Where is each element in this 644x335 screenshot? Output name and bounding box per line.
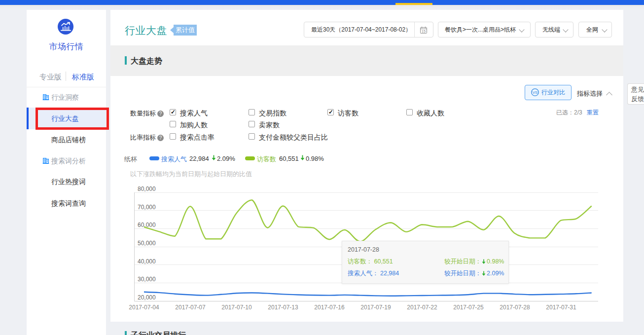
- svg-text:2017-07-25: 2017-07-25: [453, 304, 484, 311]
- svg-text:2017-07-28: 2017-07-28: [500, 304, 530, 311]
- svg-text:2017-07-10: 2017-07-10: [221, 304, 252, 311]
- svg-text:2017-07-13: 2017-07-13: [268, 304, 298, 311]
- svg-text:2017-07-04: 2017-07-04: [129, 304, 159, 311]
- svg-text:80,000: 80,000: [138, 186, 156, 192]
- svg-text:2017-07-22: 2017-07-22: [407, 304, 437, 311]
- svg-text:70,000: 70,000: [138, 204, 156, 211]
- svg-text:15: 15: [422, 29, 426, 34]
- svg-text:2017-07-07: 2017-07-07: [175, 304, 206, 311]
- svg-text:40,000: 40,000: [138, 258, 156, 265]
- svg-text:20,000: 20,000: [138, 294, 156, 301]
- svg-text:30,000: 30,000: [138, 276, 156, 283]
- svg-text:2017-07-31: 2017-07-31: [546, 304, 576, 311]
- svg-text:2017-07-16: 2017-07-16: [314, 304, 345, 311]
- svg-text:2017-07-19: 2017-07-19: [360, 304, 391, 311]
- svg-text:50,000: 50,000: [138, 240, 156, 247]
- svg-text:VS: VS: [533, 90, 538, 95]
